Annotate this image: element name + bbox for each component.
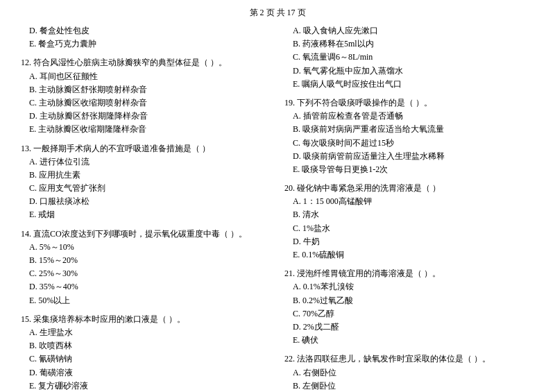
question-15-title: 15. 采集痰培养标本时应用的漱口液是（ ）。 (21, 313, 271, 326)
question-block-13: 13. 一般择期手术病人的不宜呼吸道准备措施是（ ） A. 进行体位引流 B. … (21, 142, 271, 222)
q18-option-d: D. 氧气雾化瓶中应加入蒸馏水 (284, 65, 534, 78)
question-12-title: 12. 符合风湿性心脏病主动脉瓣狭窄的典型体征是（ ）。 (21, 56, 271, 69)
question-19-title: 19. 下列不符合吸痰呼吸操作的是（ ）。 (284, 96, 534, 110)
q19-option-b: B. 吸痰前对病病严重者应适当给大氧流量 (284, 123, 534, 136)
q14-option-e: E. 50%以上 (21, 294, 271, 307)
q13-option-d: D. 口服祛痰冰松 (21, 195, 271, 208)
q12-option-c: C. 主动脉瓣区收缩期喷射样杂音 (21, 96, 271, 110)
q21-option-c: C. 70%乙醇 (284, 307, 534, 321)
question-14-title: 14. 直流CO浓度达到下列哪项时，提示氧化碳重度中毒（ ）。 (21, 228, 271, 241)
q18-option-b: B. 药液稀释在5ml以内 (284, 37, 534, 51)
q20-option-b: B. 清水 (284, 208, 534, 221)
q21-option-b: B. 0.2%过氧乙酸 (284, 294, 534, 307)
question-block-20: 20. 碰化钠中毒紧急采用的洗胃溶液是（ ） A. 1：15 000高锰酸钾 B… (284, 182, 534, 262)
q12-option-b: B. 主动脉瓣区舒张期喷射样杂音 (21, 83, 271, 96)
question-22-title: 22. 法洛四联征患儿，缺氧发作时宜采取的体位是（ ）。 (284, 352, 534, 366)
q18-option-c: C. 氧流量调6～8L/min (284, 51, 534, 64)
q18-option-e: E. 嘱病人吸气时应按住出气口 (284, 78, 534, 91)
q21-option-e: E. 碘伏 (284, 334, 534, 347)
question-block-14: 14. 直流CO浓度达到下列哪项时，提示氧化碳重度中毒（ ）。 A. 5%～10… (21, 228, 271, 307)
question-20-title: 20. 碰化钠中毒紧急采用的洗胃溶液是（ ） (284, 182, 534, 195)
q19-option-c: C. 每次吸痰时间不超过15秒 (284, 137, 534, 150)
q19-option-d: D. 吸痰前病管前应适量注入生理盐水稀释 (284, 150, 534, 163)
q19-option-a: A. 插管前应检查各管是否通畅 (284, 110, 534, 123)
q13-option-a: A. 进行体位引流 (21, 155, 271, 169)
q14-option-c: C. 25%～30% (21, 267, 271, 280)
page-footer: 第 2 页 共 17 页 (21, 7, 534, 19)
left-column: D. 餐盒处性包皮 E. 餐盒巧克力囊肿 12. 符合风湿性心脏病主动脉瓣狭窄的… (21, 24, 271, 392)
q15-option-c: C. 氰磺钠钠 (21, 352, 271, 366)
q15-option-a: A. 生理盐水 (21, 326, 271, 339)
option-e-prev: E. 餐盒巧克力囊肿 (21, 37, 271, 51)
option-d-prev: D. 餐盒处性包皮 (21, 24, 271, 37)
q14-option-d: D. 35%～40% (21, 280, 271, 293)
question-block-21: 21. 浸泡纤维胃镜宜用的消毒溶液是（ ）。 A. 0.1%苯扎溴铵 B. 0.… (284, 267, 534, 347)
q20-option-e: E. 0.1%硫酸铜 (284, 248, 534, 262)
question-block-19: 19. 下列不符合吸痰呼吸操作的是（ ）。 A. 插管前应检查各管是否通畅 B.… (284, 96, 534, 176)
main-content: D. 餐盒处性包皮 E. 餐盒巧克力囊肿 12. 符合风湿性心脏病主动脉瓣狭窄的… (21, 24, 534, 392)
q14-option-b: B. 15%～20% (21, 254, 271, 267)
q15-option-e: E. 复方硼砂溶液 (21, 380, 271, 392)
q15-option-b: B. 吹喷西林 (21, 339, 271, 352)
q20-option-a: A. 1：15 000高锰酸钾 (284, 195, 534, 208)
q13-option-b: B. 应用抗生素 (21, 169, 271, 182)
q12-option-e: E. 主动脉瓣区收缩期隆隆样杂音 (21, 123, 271, 136)
q12-option-a: A. 耳间也区征颤性 (21, 70, 271, 83)
q18-option-a: A. 吸入食钠人应先漱口 (284, 24, 534, 37)
q13-option-e: E. 戒烟 (21, 208, 271, 221)
question-block-12: 12. 符合风湿性心脏病主动脉瓣狭窄的典型体征是（ ）。 A. 耳间也区征颤性 … (21, 56, 271, 136)
question-21-title: 21. 浸泡纤维胃镜宜用的消毒溶液是（ ）。 (284, 267, 534, 280)
q22-option-a: A. 右侧卧位 (284, 366, 534, 380)
question-block-18-options: A. 吸入食钠人应先漱口 B. 药液稀释在5ml以内 C. 氧流量调6～8L/m… (284, 24, 534, 91)
q21-option-a: A. 0.1%苯扎溴铵 (284, 280, 534, 293)
question-block-22: 22. 法洛四联征患儿，缺氧发作时宜采取的体位是（ ）。 A. 右侧卧位 B. … (284, 352, 534, 392)
q19-option-e: E. 吸痰导管每日更换1-2次 (284, 163, 534, 176)
q13-option-c: C. 应用支气管扩张剂 (21, 182, 271, 195)
q22-option-b: B. 左侧卧位 (284, 380, 534, 392)
right-column: A. 吸入食钠人应先漱口 B. 药液稀释在5ml以内 C. 氧流量调6～8L/m… (284, 24, 534, 392)
q14-option-a: A. 5%～10% (21, 241, 271, 254)
question-block-prev: D. 餐盒处性包皮 E. 餐盒巧克力囊肿 (21, 24, 271, 51)
q15-option-d: D. 葡磺溶液 (21, 366, 271, 380)
question-13-title: 13. 一般择期手术病人的不宜呼吸道准备措施是（ ） (21, 142, 271, 155)
q20-option-c: C. 1%盐水 (284, 222, 534, 235)
q20-option-d: D. 牛奶 (284, 235, 534, 248)
q21-option-d: D. 2%戊二醛 (284, 321, 534, 334)
q12-option-d: D. 主动脉瓣区舒张期隆降样杂音 (21, 110, 271, 123)
question-block-15: 15. 采集痰培养标本时应用的漱口液是（ ）。 A. 生理盐水 B. 吹喷西林 … (21, 313, 271, 392)
